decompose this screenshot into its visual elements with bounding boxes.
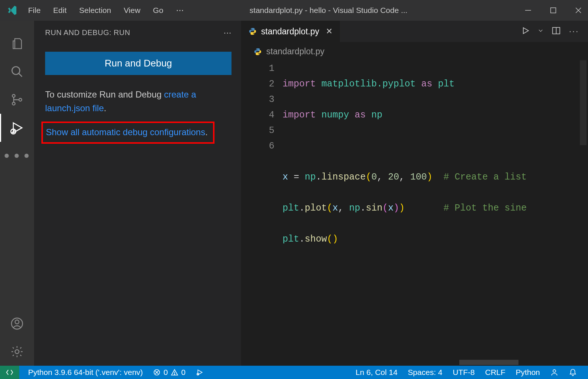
menu-selection[interactable]: Selection <box>79 6 111 15</box>
show-all-configurations-link[interactable]: Show all automatic debug configurations <box>46 127 205 137</box>
svg-point-6 <box>12 95 15 98</box>
search-icon[interactable] <box>0 58 34 86</box>
status-problems[interactable]: 0 0 <box>148 366 190 379</box>
svg-line-5 <box>19 74 22 77</box>
highlight-box: Show all automatic debug configurations. <box>41 122 214 143</box>
svg-rect-1 <box>551 8 556 13</box>
status-language[interactable]: Python <box>511 366 545 379</box>
customize-label: To customize Run and Debug create a laun… <box>45 88 232 115</box>
svg-point-7 <box>12 102 15 105</box>
status-debug-icon[interactable] <box>191 366 209 379</box>
code-content[interactable]: import matplotlib.pyplot as plt import n… <box>283 60 588 358</box>
activity-bar: ● ● ● <box>0 21 34 366</box>
status-feedback-icon[interactable] <box>545 366 564 379</box>
run-and-debug-button[interactable]: Run and Debug <box>45 52 232 75</box>
title-bar: File Edit Selection View Go ⋯ standardpl… <box>0 0 588 21</box>
minimap[interactable] <box>580 60 587 358</box>
window-controls <box>524 6 583 15</box>
status-bar: Python 3.9.6 64-bit ('.venv': venv) 0 0 … <box>0 366 588 379</box>
status-notifications-icon[interactable] <box>564 366 582 379</box>
minimize-icon[interactable] <box>524 6 533 15</box>
run-debug-icon[interactable] <box>0 114 34 142</box>
run-file-icon[interactable] <box>521 26 530 37</box>
scrollbar-thumb[interactable] <box>459 360 518 365</box>
python-file-icon <box>254 48 262 56</box>
code-editor[interactable]: 1 2 3 4 5 6 import matplotlib.pyplot as … <box>241 60 588 358</box>
svg-point-4 <box>12 67 20 75</box>
minimap-slider[interactable] <box>580 60 587 145</box>
svg-point-20 <box>174 374 175 375</box>
settings-gear-icon[interactable] <box>0 338 34 366</box>
status-interpreter[interactable]: Python 3.9.6 64-bit ('.venv': venv) <box>23 366 148 379</box>
close-tab-icon[interactable]: ✕ <box>326 27 332 36</box>
main-menu: File Edit Selection View Go ⋯ <box>28 6 185 15</box>
tab-label: standardplot.py <box>261 27 319 37</box>
close-icon[interactable] <box>574 6 583 15</box>
menu-view[interactable]: View <box>124 6 140 15</box>
tab-standardplot[interactable]: standardplot.py ✕ <box>241 21 340 42</box>
more-views-icon[interactable]: ● ● ● <box>0 142 34 170</box>
menu-edit[interactable]: Edit <box>53 6 67 15</box>
run-dropdown-icon[interactable] <box>538 28 543 35</box>
breadcrumb-label: standardplot.py <box>266 47 324 57</box>
window-title: standardplot.py - hello - Visual Studio … <box>185 6 524 15</box>
sidebar-title: RUN AND DEBUG: RUN <box>45 28 130 37</box>
editor-area: standardplot.py ✕ ··· standardplot.py 1 … <box>241 21 588 366</box>
menu-file[interactable]: File <box>28 6 41 15</box>
sidebar-header: RUN AND DEBUG: RUN ··· <box>45 27 232 38</box>
svg-point-12 <box>15 320 19 324</box>
line-numbers: 1 2 3 4 5 6 <box>241 60 283 358</box>
editor-more-icon[interactable]: ··· <box>569 27 579 36</box>
menu-go[interactable]: Go <box>153 6 163 15</box>
python-file-icon <box>249 27 257 35</box>
accounts-icon[interactable] <box>0 310 34 338</box>
breadcrumb[interactable]: standardplot.py <box>241 42 588 60</box>
svg-point-13 <box>15 350 19 354</box>
svg-point-8 <box>19 98 22 101</box>
sidebar-more-icon[interactable]: ··· <box>223 27 232 38</box>
remote-indicator-icon[interactable] <box>0 366 19 379</box>
split-editor-icon[interactable] <box>551 26 561 37</box>
source-control-icon[interactable] <box>0 86 34 114</box>
status-eol[interactable]: CRLF <box>480 366 511 379</box>
horizontal-scrollbar[interactable] <box>241 358 588 366</box>
status-cursor-position[interactable]: Ln 6, Col 14 <box>351 366 403 379</box>
maximize-icon[interactable] <box>549 6 558 15</box>
status-indentation[interactable]: Spaces: 4 <box>403 366 447 379</box>
main-shell: ● ● ● RUN AND DEBUG: RUN ··· Run and Deb… <box>0 21 588 366</box>
editor-actions: ··· <box>521 21 588 42</box>
status-encoding[interactable]: UTF-8 <box>447 366 480 379</box>
menu-more-icon[interactable]: ⋯ <box>176 6 185 15</box>
svg-point-22 <box>553 370 555 372</box>
editor-tabs: standardplot.py ✕ ··· <box>241 21 588 42</box>
vscode-logo-icon <box>7 5 18 16</box>
explorer-icon[interactable] <box>0 30 34 58</box>
run-debug-sidebar: RUN AND DEBUG: RUN ··· Run and Debug To … <box>34 21 241 366</box>
